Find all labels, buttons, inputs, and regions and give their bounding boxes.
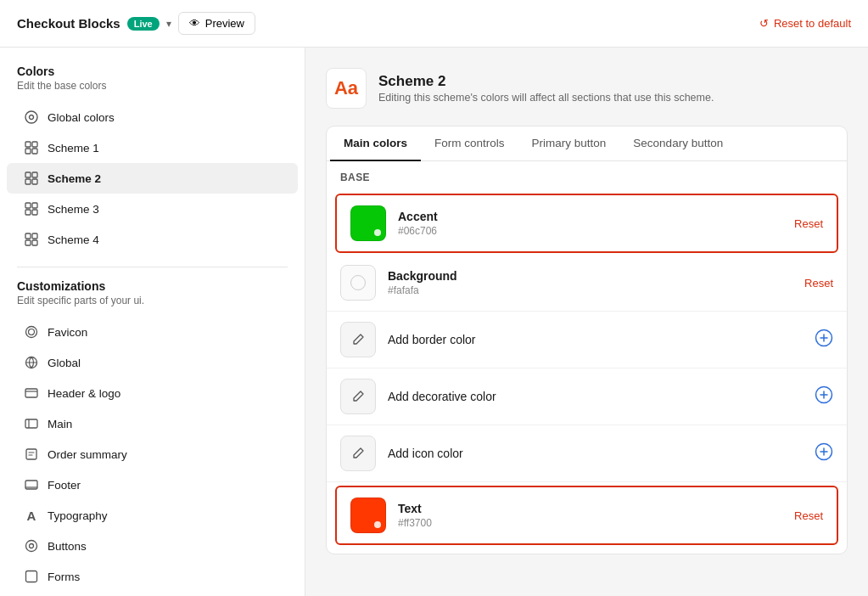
tab-main-colors[interactable]: Main colors [330, 127, 421, 161]
scheme1-icon [24, 140, 39, 155]
add-decorative-icon[interactable] [815, 385, 833, 408]
svg-rect-9 [32, 179, 37, 184]
main-icon [24, 416, 39, 431]
svg-rect-22 [26, 449, 36, 459]
scheme2-icon [24, 171, 39, 186]
svg-rect-3 [32, 142, 37, 147]
tab-primary-button[interactable]: Primary button [518, 127, 620, 161]
eye-icon: 👁 [189, 17, 200, 30]
accent-color-value: #06c706 [398, 225, 782, 237]
background-color-swatch[interactable] [340, 265, 376, 301]
sidebar-item-label: Buttons [48, 540, 87, 553]
app-title: Checkout Blocks [17, 16, 120, 31]
sidebar-item-footer[interactable]: Footer [7, 469, 298, 500]
svg-rect-8 [25, 179, 31, 184]
dropdown-arrow-icon[interactable]: ▾ [166, 18, 171, 30]
sidebar-item-forms[interactable]: Forms [7, 561, 298, 592]
colors-section-subtitle: Edit the base colors [0, 80, 305, 102]
tabs-container: Main colors Form controls Primary button… [326, 126, 848, 554]
svg-rect-16 [25, 240, 31, 245]
sidebar-item-scheme-3[interactable]: Scheme 3 [7, 194, 298, 224]
sidebar-item-global-colors[interactable]: Global colors [7, 102, 298, 132]
sidebar-item-label: Order summary [48, 448, 127, 461]
add-icon-color-row: Add icon color [327, 425, 847, 482]
scheme-header: Aa Scheme 2 Editing this scheme's colors… [326, 68, 848, 109]
preview-button[interactable]: 👁 Preview [178, 12, 255, 35]
typography-icon: A [24, 508, 39, 523]
accent-color-swatch[interactable] [350, 205, 386, 241]
add-border-color-info: Add border color [388, 333, 803, 346]
sidebar-item-buttons[interactable]: Buttons [7, 531, 298, 561]
swatch-dot-text [374, 521, 381, 528]
sidebar-item-typography[interactable]: A Typography [7, 500, 298, 531]
background-reset-button[interactable]: Reset [804, 277, 833, 290]
text-color-row: Text #ff3700 Reset [337, 487, 837, 543]
sidebar-item-label: Global [48, 357, 81, 369]
sidebar-item-header-logo[interactable]: Header & logo [7, 378, 298, 408]
accent-reset-button[interactable]: Reset [794, 217, 823, 230]
text-color-value: #ff3700 [398, 517, 782, 529]
tabs-row: Main colors Form controls Primary button… [327, 127, 847, 161]
pencil-icon-decorative [340, 379, 376, 414]
sidebar-item-scheme-1[interactable]: Scheme 1 [7, 132, 298, 163]
main-content: Aa Scheme 2 Editing this scheme's colors… [305, 48, 868, 596]
pencil-icon-icon [340, 436, 376, 471]
background-color-info: Background #fafafa [388, 269, 792, 296]
svg-rect-6 [25, 172, 31, 177]
colors-section-title: Colors [0, 65, 305, 80]
tab-form-controls[interactable]: Form controls [421, 127, 518, 161]
customizations-section-title: Customizations [0, 279, 305, 295]
sidebar-item-main[interactable]: Main [7, 408, 298, 439]
text-color-info: Text #ff3700 [398, 502, 782, 529]
sidebar-item-label: Scheme 3 [48, 203, 99, 216]
tab-secondary-button[interactable]: Secondary button [619, 127, 736, 161]
svg-rect-2 [25, 142, 31, 147]
add-icon-button[interactable] [815, 442, 833, 465]
svg-rect-21 [25, 419, 37, 428]
add-border-icon[interactable] [815, 329, 833, 351]
svg-rect-17 [32, 240, 37, 245]
svg-point-25 [30, 544, 34, 548]
sidebar-item-scheme-4[interactable]: Scheme 4 [7, 224, 298, 255]
global-colors-icon [24, 110, 39, 125]
sidebar-item-label: Scheme 1 [48, 142, 99, 155]
buttons-icon [24, 538, 39, 554]
text-color-swatch[interactable] [350, 498, 386, 533]
sidebar-item-label: Favicon [48, 326, 87, 339]
svg-point-18 [26, 327, 37, 338]
sidebar-item-label: Typography [48, 509, 108, 522]
scheme-title: Scheme 2 [378, 73, 714, 90]
live-badge: Live [127, 17, 160, 31]
add-border-color-name: Add border color [388, 333, 803, 346]
text-reset-button[interactable]: Reset [794, 509, 823, 522]
reset-icon: ↺ [759, 17, 769, 30]
sidebar-item-order-summary[interactable]: Order summary [7, 439, 298, 469]
text-color-name: Text [398, 502, 782, 515]
add-decorative-color-name: Add decorative color [388, 390, 803, 403]
sidebar-item-scheme-2[interactable]: Scheme 2 [7, 163, 298, 194]
sidebar-item-label: Main [48, 418, 72, 430]
svg-rect-11 [32, 203, 37, 208]
sidebar-item-label: Scheme 2 [48, 172, 101, 185]
add-icon-color-info: Add icon color [388, 447, 803, 460]
reset-default-button[interactable]: ↺ Reset to default [759, 17, 851, 30]
sidebar-item-favicon[interactable]: Favicon [7, 317, 298, 347]
add-decorative-color-info: Add decorative color [388, 390, 803, 403]
svg-rect-13 [32, 210, 37, 215]
sidebar-item-product-thumbnails[interactable]: Product thumbnails [7, 592, 298, 596]
add-border-color-row: Add border color [327, 312, 847, 368]
background-swatch-circle [350, 275, 366, 290]
base-section-label: Base [327, 161, 847, 190]
header-logo-icon [24, 385, 39, 401]
scheme3-icon [24, 201, 39, 216]
svg-rect-20 [25, 389, 37, 397]
svg-rect-14 [25, 233, 31, 239]
svg-point-24 [26, 541, 37, 552]
accent-color-info: Accent #06c706 [398, 210, 782, 237]
sidebar-item-global[interactable]: Global [7, 347, 298, 378]
svg-rect-26 [26, 571, 37, 582]
order-summary-icon [24, 447, 39, 462]
sidebar-item-label: Forms [48, 571, 80, 583]
customizations-section-subtitle: Edit specific parts of your ui. [0, 295, 305, 317]
sidebar-item-label: Footer [48, 479, 81, 492]
